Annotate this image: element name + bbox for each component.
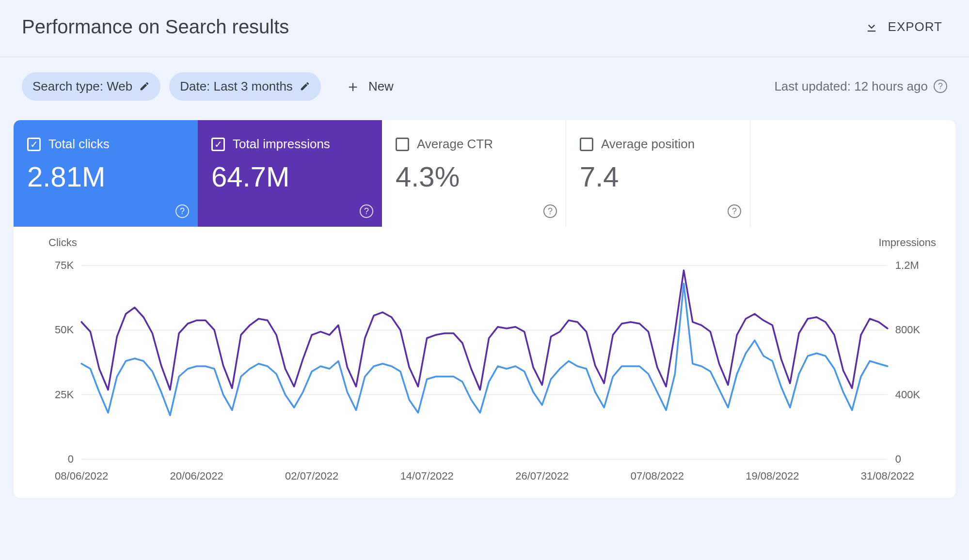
svg-text:75K: 75K — [55, 259, 74, 271]
help-icon[interactable]: ? — [728, 204, 741, 218]
metric-label: Average CTR — [417, 137, 493, 152]
svg-text:14/07/2022: 14/07/2022 — [400, 470, 454, 482]
svg-text:25K: 25K — [55, 389, 74, 401]
plus-icon: ＋ — [345, 78, 361, 94]
metric-tile-clicks[interactable]: ✓ Total clicks 2.81M ? — [14, 120, 198, 227]
checkbox-unchecked-icon — [580, 138, 593, 151]
svg-text:1.2M: 1.2M — [895, 259, 919, 271]
help-icon[interactable]: ? — [360, 204, 373, 218]
metric-label: Average position — [601, 137, 695, 152]
svg-text:31/08/2022: 31/08/2022 — [861, 470, 914, 482]
metric-value: 64.7M — [211, 160, 368, 193]
svg-text:08/06/2022: 08/06/2022 — [55, 470, 108, 482]
svg-text:07/08/2022: 07/08/2022 — [631, 470, 684, 482]
new-filter-button[interactable]: ＋ New — [334, 72, 404, 101]
checkbox-unchecked-icon — [396, 138, 409, 151]
help-icon[interactable]: ? — [934, 79, 947, 93]
left-axis-title: Clicks — [48, 236, 77, 249]
right-axis-title: Impressions — [878, 236, 936, 249]
chart-area: Clicks Impressions 0025K400K50K800K75K1.… — [14, 227, 955, 498]
help-icon[interactable]: ? — [175, 204, 189, 218]
filter-chip-search-type[interactable]: Search type: Web — [22, 72, 160, 101]
last-updated-text: Last updated: 12 hours ago — [774, 79, 928, 94]
svg-text:20/06/2022: 20/06/2022 — [170, 470, 223, 482]
metric-label: Total clicks — [48, 137, 110, 152]
metric-value: 4.3% — [396, 160, 552, 193]
svg-text:0: 0 — [895, 453, 901, 465]
filter-chip-label: Date: Last 3 months — [180, 79, 293, 94]
new-filter-label: New — [368, 79, 394, 94]
metric-tile-impressions[interactable]: ✓ Total impressions 64.7M ? — [198, 120, 382, 227]
pencil-icon — [139, 81, 150, 92]
checkbox-checked-icon: ✓ — [211, 138, 225, 151]
metric-tile-position[interactable]: Average position 7.4 ? — [566, 120, 750, 227]
line-chart[interactable]: 0025K400K50K800K75K1.2M08/06/202220/06/2… — [33, 251, 936, 488]
metric-value: 7.4 — [580, 160, 736, 193]
svg-text:400K: 400K — [895, 389, 921, 401]
metric-value: 2.81M — [27, 160, 184, 193]
metric-label: Total impressions — [233, 137, 330, 152]
page-title: Performance on Search results — [22, 16, 289, 38]
svg-text:02/07/2022: 02/07/2022 — [285, 470, 338, 482]
download-icon — [865, 20, 878, 34]
svg-text:19/08/2022: 19/08/2022 — [746, 470, 799, 482]
metric-tile-ctr[interactable]: Average CTR 4.3% ? — [382, 120, 566, 227]
filter-chip-label: Search type: Web — [32, 79, 132, 94]
last-updated: Last updated: 12 hours ago ? — [774, 79, 947, 94]
pencil-icon — [300, 81, 310, 92]
svg-text:0: 0 — [68, 453, 74, 465]
svg-text:50K: 50K — [55, 324, 74, 336]
export-button[interactable]: EXPORT — [860, 15, 947, 39]
filter-chip-date[interactable]: Date: Last 3 months — [169, 72, 321, 101]
svg-text:26/07/2022: 26/07/2022 — [515, 470, 569, 482]
export-label: EXPORT — [888, 19, 942, 34]
svg-text:800K: 800K — [895, 324, 921, 336]
metrics-row: ✓ Total clicks 2.81M ? ✓ Total impressio… — [14, 120, 955, 227]
checkbox-checked-icon: ✓ — [27, 138, 41, 151]
help-icon[interactable]: ? — [543, 204, 557, 218]
performance-card: ✓ Total clicks 2.81M ? ✓ Total impressio… — [14, 120, 955, 498]
